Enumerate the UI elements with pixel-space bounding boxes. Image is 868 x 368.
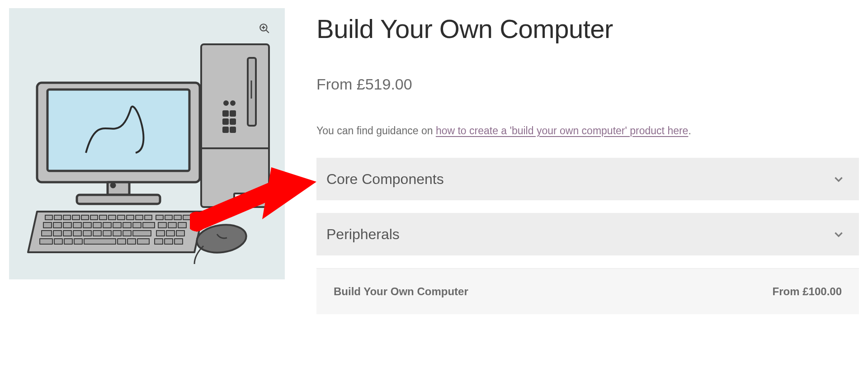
svg-point-9 [231,101,235,105]
svg-rect-51 [178,222,186,228]
svg-rect-14 [223,127,228,132]
svg-rect-74 [165,239,173,244]
accordion-peripherals[interactable]: Peripherals [316,213,859,255]
svg-rect-11 [231,111,235,116]
svg-rect-53 [53,231,61,236]
svg-rect-44 [103,222,111,228]
svg-rect-43 [93,222,101,228]
guidance-text: You can find guidance on how to create a… [316,125,859,137]
svg-rect-46 [123,222,131,228]
svg-rect-35 [165,215,172,220]
svg-rect-39 [53,222,61,228]
svg-rect-71 [127,239,136,244]
svg-rect-38 [43,222,52,228]
svg-rect-20 [77,195,160,204]
accordion-core-components[interactable]: Core Components [316,158,859,200]
svg-rect-36 [174,215,181,220]
svg-rect-65 [40,239,52,244]
svg-rect-30 [118,215,125,220]
guidance-suffix: . [688,125,691,137]
svg-rect-47 [133,222,141,228]
svg-rect-31 [127,215,134,220]
guidance-link[interactable]: how to create a 'build your own computer… [436,125,689,137]
svg-rect-26 [81,215,89,220]
svg-rect-67 [64,239,72,244]
product-price: From £519.00 [316,75,859,93]
svg-rect-72 [137,239,149,244]
svg-point-76 [195,222,248,256]
svg-rect-52 [42,231,52,236]
svg-rect-28 [99,215,107,220]
summary-price: From £100.00 [773,285,842,298]
summary-row: Build Your Own Computer From £100.00 [316,269,859,314]
svg-rect-48 [143,222,155,228]
accordion-label: Core Components [326,171,444,188]
svg-rect-24 [63,215,71,220]
svg-rect-66 [54,239,62,244]
svg-rect-13 [231,119,235,124]
guidance-prefix: You can find guidance on [316,125,436,137]
svg-rect-37 [183,215,190,220]
svg-rect-63 [166,231,175,236]
svg-rect-60 [123,231,131,236]
price-prefix: From [316,75,357,93]
svg-rect-75 [175,239,183,244]
svg-rect-70 [118,239,126,244]
svg-rect-73 [155,239,163,244]
svg-rect-58 [103,231,111,236]
svg-rect-61 [133,231,151,236]
svg-rect-56 [83,231,91,236]
svg-rect-10 [223,111,228,116]
svg-rect-50 [168,222,176,228]
svg-rect-29 [108,215,116,220]
svg-rect-27 [90,215,98,220]
svg-rect-54 [63,231,71,236]
svg-rect-45 [113,222,121,228]
summary-name: Build Your Own Computer [334,285,468,298]
chevron-down-icon [833,228,844,240]
svg-point-21 [111,184,115,187]
product-image [23,40,276,270]
svg-rect-68 [74,239,82,244]
svg-point-8 [224,101,228,105]
svg-rect-64 [176,231,184,236]
svg-rect-22 [45,215,52,220]
svg-rect-62 [156,231,165,236]
svg-rect-59 [113,231,121,236]
svg-rect-4 [201,44,269,207]
accordion-label: Peripherals [326,226,400,243]
svg-line-1 [266,30,269,33]
product-title: Build Your Own Computer [316,14,859,44]
svg-rect-23 [54,215,61,220]
zoom-icon[interactable] [257,21,272,36]
svg-rect-15 [231,127,235,132]
svg-rect-69 [84,239,116,244]
svg-rect-12 [223,119,228,124]
price-value: £519.00 [357,75,412,93]
svg-rect-32 [136,215,143,220]
svg-rect-42 [83,222,91,228]
svg-rect-25 [72,215,80,220]
svg-rect-40 [63,222,71,228]
product-image-panel [9,8,285,279]
svg-rect-18 [47,90,189,171]
svg-rect-55 [73,231,81,236]
svg-rect-33 [145,215,152,220]
svg-rect-34 [156,215,163,220]
svg-rect-41 [73,222,81,228]
svg-rect-49 [158,222,166,228]
chevron-down-icon [833,173,844,185]
svg-rect-57 [93,231,101,236]
